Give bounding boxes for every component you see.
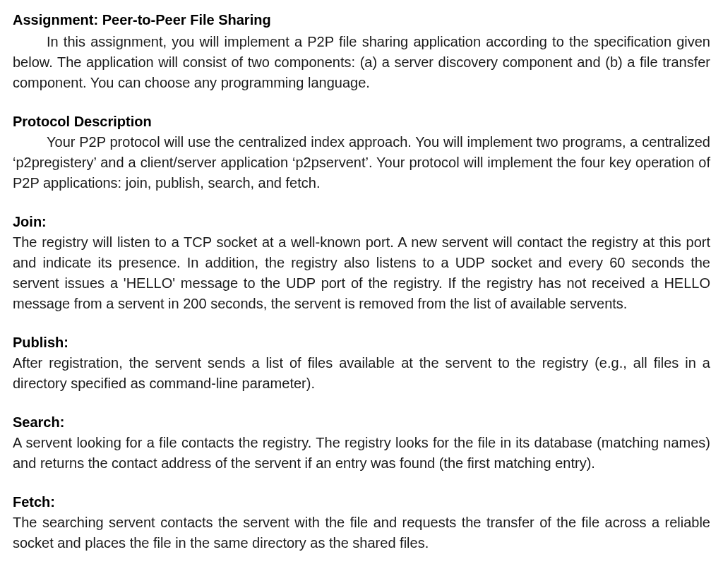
fetch-body: The searching servent contacts the serve… <box>13 512 710 553</box>
search-section: Search: A servent looking for a file con… <box>13 412 710 474</box>
join-heading: Join: <box>13 212 710 232</box>
protocol-heading: Protocol Description <box>13 112 710 132</box>
join-body: The registry will listen to a TCP socket… <box>13 232 710 314</box>
join-section: Join: The registry will listen to a TCP … <box>13 212 710 314</box>
search-heading: Search: <box>13 412 710 433</box>
protocol-body: Your P2P protocol will use the centraliz… <box>13 132 710 193</box>
publish-body: After registration, the servent sends a … <box>13 353 710 394</box>
fetch-heading: Fetch: <box>13 492 710 512</box>
assignment-section: Assignment: Peer-to-Peer File Sharing In… <box>13 10 710 93</box>
assignment-intro: In this assignment, you will implement a… <box>13 32 710 93</box>
publish-section: Publish: After registration, the servent… <box>13 332 710 394</box>
protocol-section: Protocol Description Your P2P protocol w… <box>13 112 710 193</box>
publish-heading: Publish: <box>13 332 710 353</box>
assignment-title: Assignment: Peer-to-Peer File Sharing <box>13 10 710 30</box>
fetch-section: Fetch: The searching servent contacts th… <box>13 492 710 553</box>
search-body: A servent looking for a file contacts th… <box>13 433 710 474</box>
